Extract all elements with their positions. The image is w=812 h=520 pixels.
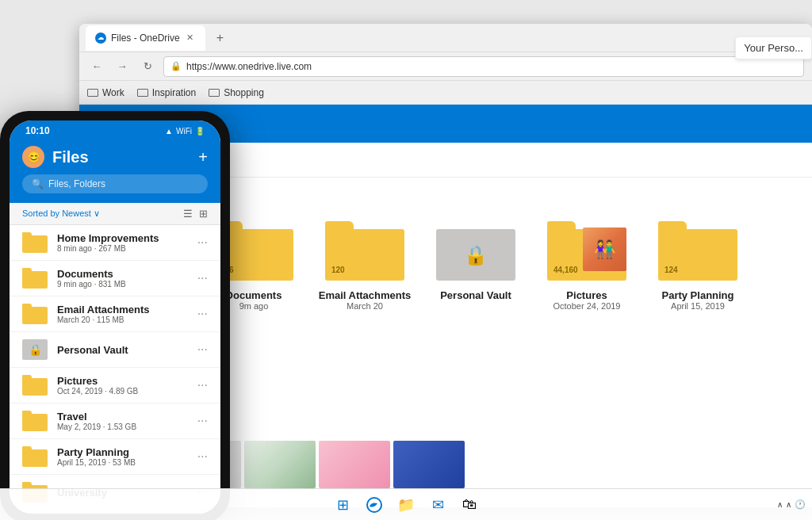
file-name: Documents	[57, 268, 188, 280]
folder-email-attachments[interactable]: 120 Email Attachments March 20	[317, 221, 412, 323]
vault-icon: 🔒	[22, 339, 48, 360]
bookmark-inspiration[interactable]: Inspiration	[137, 87, 196, 98]
folder-shape: 🔒	[436, 221, 515, 281]
list-item[interactable]: Email Attachments March 20 · 115 MB ···	[10, 296, 220, 332]
status-time: 10:10	[25, 125, 50, 136]
taskbar-chevron-up[interactable]: ∧	[777, 500, 783, 509]
file-name: Personal Vault	[57, 344, 188, 356]
folder-pictures-icon: 44,160 👫	[547, 221, 626, 285]
list-item[interactable]: 🔒 Personal Vault ···	[10, 332, 220, 368]
photo-thumb-blue[interactable]	[393, 441, 465, 488]
list-view-icon[interactable]: ☰	[183, 208, 193, 220]
bookmark-shopping-icon	[209, 89, 220, 97]
folder-personal-vault[interactable]: 🔒 Personal Vault	[428, 221, 523, 323]
signal-icon: ▲	[165, 127, 173, 136]
folder-date: March 20	[347, 301, 383, 311]
folder-name: Pictures	[566, 289, 607, 301]
pictures-folder: 44,160 👫	[547, 221, 626, 281]
browser-tab[interactable]: ☁ Files - OneDrive ✕	[86, 25, 205, 51]
bookmark-shopping[interactable]: Shopping	[209, 87, 264, 98]
taskbar-edge[interactable]	[360, 491, 389, 519]
list-item[interactable]: Party Planning April 15, 2019 · 53 MB ··…	[10, 439, 220, 475]
sort-text-label: Sorted by Newest	[22, 208, 91, 218]
more-options-icon[interactable]: ···	[197, 414, 208, 428]
folder-pictures[interactable]: 44,160 👫 Pictures October 24, 2019	[539, 221, 634, 323]
search-placeholder: Files, Folders	[48, 178, 105, 189]
folder-date: 9m ago	[239, 301, 269, 311]
file-list: Home Improvements 8 min ago · 267 MB ···…	[10, 225, 220, 514]
file-meta: Oct 24, 2019 · 4.89 GB	[57, 387, 188, 396]
list-item[interactable]: Pictures Oct 24, 2019 · 4.89 GB ···	[10, 368, 220, 403]
file-info: Home Improvements 8 min ago · 267 MB	[57, 232, 188, 253]
folder-name: Party Planning	[661, 289, 733, 301]
pink-image	[319, 441, 390, 488]
bookmark-work-icon	[87, 89, 98, 97]
url-text: https://www.onedrive.live.com	[186, 61, 312, 72]
tab-close-button[interactable]: ✕	[185, 32, 196, 44]
photo-thumb-pink[interactable]	[319, 441, 390, 488]
folder-body: 124	[658, 229, 737, 281]
battery-icon: 🔋	[195, 127, 205, 136]
list-item[interactable]: Home Improvements 8 min ago · 267 MB ···	[10, 225, 220, 261]
more-options-icon[interactable]: ···	[197, 378, 208, 392]
app-title: Files	[52, 148, 198, 166]
app-header: 😊 Files + 🔍 Files, Folders	[10, 140, 220, 203]
folder-count: 44,160	[553, 266, 578, 274]
new-tab-button[interactable]: +	[212, 31, 228, 45]
folder-count: 120	[331, 266, 345, 274]
folder-shape: 124	[658, 221, 737, 281]
forward-button[interactable]: →	[113, 57, 132, 76]
file-info: Pictures Oct 24, 2019 · 4.89 GB	[57, 375, 188, 396]
add-button[interactable]: +	[198, 148, 208, 166]
taskbar-mail[interactable]: ✉	[423, 491, 452, 519]
file-info: Documents 9 min ago · 831 MB	[57, 268, 188, 289]
more-options-icon[interactable]: ···	[197, 342, 208, 357]
sort-label[interactable]: Sorted by Newest ∨	[22, 208, 100, 219]
wifi-icon: WiFi	[176, 127, 192, 136]
file-name: Pictures	[57, 375, 188, 387]
tab-title: Files - OneDrive	[111, 32, 180, 44]
your-perso-button[interactable]: Your Perso...	[735, 36, 812, 59]
bookmark-work[interactable]: Work	[87, 87, 124, 98]
folder-count: 124	[665, 266, 678, 274]
more-options-icon[interactable]: ···	[197, 307, 208, 321]
taskbar-task-view[interactable]: ⊞	[328, 491, 357, 519]
file-name: Email Attachments	[57, 304, 188, 315]
back-button[interactable]: ←	[87, 57, 106, 76]
search-bar[interactable]: 🔍 Files, Folders	[22, 174, 208, 193]
file-name: Travel	[57, 411, 188, 422]
folder-shape: 120	[325, 221, 404, 281]
phone-screen: 10:10 ▲ WiFi 🔋 😊 Files + 🔍 Files, Folder…	[10, 120, 220, 514]
taskbar-file-explorer[interactable]: 📁	[392, 491, 420, 519]
file-info: Travel May 2, 2019 · 1.53 GB	[57, 411, 188, 431]
user-avatar[interactable]: 😊	[22, 146, 44, 168]
file-info: Party Planning April 15, 2019 · 53 MB	[57, 446, 188, 467]
file-meta: 8 min ago · 267 MB	[57, 244, 188, 253]
taskbar-store[interactable]: 🛍	[455, 491, 484, 519]
folder-icon	[22, 268, 48, 289]
refresh-button[interactable]: ↻	[138, 57, 157, 76]
more-options-icon[interactable]: ···	[197, 449, 208, 464]
folder-party-planning[interactable]: 124 Party Planning April 15, 2019	[650, 221, 745, 323]
file-info: Email Attachments March 20 · 115 MB	[57, 304, 188, 324]
address-bar[interactable]: 🔒 https://www.onedrive.live.com	[163, 56, 804, 77]
vault-body: 🔒	[436, 229, 515, 281]
taskbar-clock: 🕐	[795, 499, 806, 510]
more-options-icon[interactable]: ···	[197, 271, 208, 285]
photo-thumb-building[interactable]	[244, 441, 316, 488]
more-options-icon[interactable]: ···	[197, 235, 208, 250]
folder-date: April 15, 2019	[671, 301, 725, 311]
file-info: Personal Vault	[57, 344, 188, 356]
onedrive-favicon: ☁	[95, 32, 106, 44]
lock-icon: 🔒	[170, 61, 182, 71]
taskbar-chevron-up2: ∧	[786, 500, 791, 509]
folder-party-planning-icon: 124	[658, 221, 737, 285]
folder-body	[22, 307, 48, 324]
folder-date: October 24, 2019	[553, 301, 620, 311]
folder-name: Email Attachments	[319, 289, 412, 301]
list-item[interactable]: Documents 9 min ago · 831 MB ···	[10, 261, 220, 296]
grid-view-icon[interactable]: ⊞	[199, 208, 208, 220]
folder-icon	[22, 446, 48, 467]
bookmark-inspiration-label: Inspiration	[152, 87, 196, 98]
list-item[interactable]: Travel May 2, 2019 · 1.53 GB ···	[10, 403, 220, 439]
